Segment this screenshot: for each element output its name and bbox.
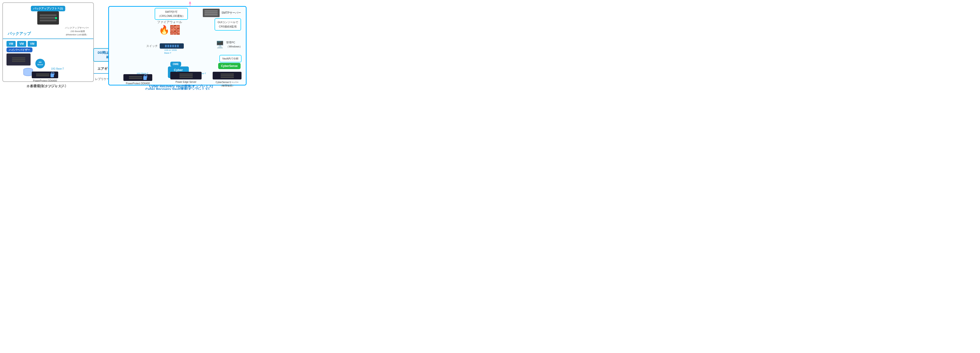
vm-group: VM VM VM: [6, 41, 37, 47]
switch-group: スイッチ: [146, 43, 184, 49]
right-bottom-label: Cyber Recovery Vault環境(オンプレミス): [149, 84, 213, 89]
left-dd-unit: PowerProtect DD6400: [32, 72, 58, 82]
lock-icon-left: [51, 73, 54, 77]
right-environment-section: Cyber Recovery Vault環境(オンプレミス) SMTP許可 （C…: [108, 6, 247, 85]
powerprotect-left-label: PowerProtect DD6400: [33, 80, 57, 82]
cybersense-server-unit: CyberSenseサーバー （物理/仮想）: [213, 72, 242, 88]
dd-rack-appliance-right: [123, 74, 152, 81]
backup-server-label-text: バックアップサーバー （DD Boost連携 &Retention Lock連携…: [65, 26, 89, 36]
main-diagram: 本番環境(オンプレミス) バックアップソフト＊(1) バックアップサーバー （D…: [0, 0, 250, 90]
smtp-server-group: SMTPサーバー: [203, 9, 241, 17]
svg-marker-10: [189, 1, 191, 3]
firewall-icon: 🔥🧱: [157, 25, 182, 35]
firewall-label: ファイアウォール: [157, 20, 182, 24]
backup-label: バックアップ: [8, 31, 31, 36]
dd-boost-badge: DD Boost: [35, 59, 45, 69]
right-dd-unit: PowerProtect DD6400: [123, 74, 152, 85]
firewall-group: ファイアウォール 🔥🧱: [157, 20, 182, 35]
power-edge-rack: [170, 72, 202, 80]
connection-10g-left: 10G Base-T: [51, 67, 64, 70]
powerprotect-right-label: PowerProtect DD6400: [126, 82, 150, 85]
cybersense-server-label: CyberSenseサーバー （物理/仮想）: [216, 81, 239, 88]
power-edge-unit: Power Edge Server: [170, 72, 202, 83]
hypervisor-server: [6, 53, 30, 65]
backup-server-rack: [37, 11, 59, 24]
backup-soft-badge: バックアップソフト＊(1): [31, 6, 65, 11]
dd-rack-appliance-left: [32, 72, 58, 78]
management-pc-label: 管理PC （Windows）: [226, 40, 242, 48]
gui-console-box: GUIコンソールで CRS接続&監視: [215, 18, 241, 30]
rack-line-3: [40, 20, 57, 21]
management-pc-group: 🖥️ 管理PC （Windows）: [216, 40, 242, 48]
divider-line: [3, 38, 93, 39]
left-environment-section: 本番環境(オンプレミス) バックアップソフト＊(1) バックアップサーバー （D…: [2, 2, 94, 82]
hypervisor-badge: ハイパーバイザー: [6, 48, 32, 52]
smtp-server-label: SMTPサーバー: [221, 11, 241, 15]
smtp-allow-box: SMTP許可 （CRS,OME,DD通知）: [155, 8, 188, 20]
lock-icon-right: [143, 76, 147, 80]
left-bottom-label: 本番環境(オンプレミス): [27, 84, 62, 89]
storage-cylinder-left: [23, 68, 32, 77]
smtp-server-icon: [203, 9, 220, 17]
vault-analysis-box: Vault内で分析: [220, 55, 242, 62]
rack-line-1: [40, 14, 57, 16]
monitor-icon: 🖥️: [216, 40, 224, 48]
switch-label: スイッチ: [146, 44, 158, 48]
cybersense-badge: CyberSense: [218, 63, 240, 69]
ome-badge: OME: [170, 62, 181, 67]
rack-line-2: [40, 17, 57, 19]
connection-1gb-label: 1Gb or 10Gb Base-T: [164, 49, 177, 54]
power-edge-label: Power Edge Server: [176, 81, 197, 83]
switch-icon: [160, 43, 184, 49]
cybersense-rack: [213, 72, 242, 80]
